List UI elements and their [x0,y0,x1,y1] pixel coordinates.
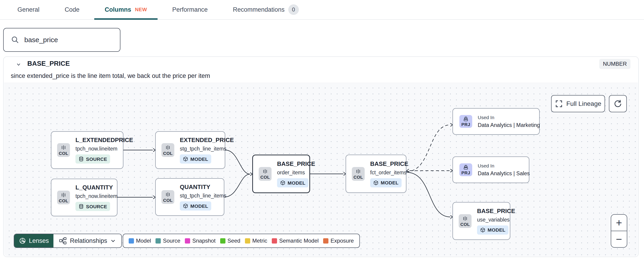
cube-icon [183,203,188,209]
model-badge: MODEL [180,154,211,164]
legend-item-model: Model [129,238,151,244]
node-title: BASE_PRICE [277,160,315,168]
search-input[interactable] [24,29,120,50]
legend-swatch [323,238,328,244]
columns-icon [60,145,67,151]
lineage-node-base-price-fct-order-items[interactable]: COL BASE_PRICE fct_order_items MODEL [346,155,406,193]
used-in-label: Used In [478,163,494,169]
lenses-button[interactable]: Lenses [14,234,54,248]
project-stack-icon [463,116,469,122]
expand-icon [555,100,563,108]
node-subtitle: tpch_now.lineitem [76,193,118,199]
zoom-controls: + − [611,214,627,248]
collapse-chevron-icon[interactable] [16,61,22,67]
refresh-button[interactable] [609,95,627,112]
columns-icon [60,192,67,198]
legend-swatch [129,238,134,244]
full-lineage-button[interactable]: Full Lineage [551,95,605,112]
search-icon [11,36,19,44]
database-icon [78,156,84,162]
legend-swatch [220,238,226,244]
columns-icon [165,145,171,151]
project-stack-icon [463,165,469,170]
source-badge: SOURCE [76,154,110,164]
lineage-node-l-quantity[interactable]: COL L_QUANTITY tpch_now.lineitem SOURCE [51,179,118,216]
lineage-canvas[interactable] [4,83,638,256]
columns-icon [165,192,171,198]
recommendations-count-badge: 0 [288,4,299,15]
column-chip: COL [57,143,70,157]
column-chip: COL [259,167,272,181]
node-title: BASE_PRICE [477,208,515,215]
node-subtitle: stg_tpch_line_items [180,193,226,199]
lineage-node-quantity[interactable]: COL QUANTITY stg_tpch_line_items MODEL [155,178,224,216]
new-badge: NEW [135,7,147,12]
columns-icon [262,168,268,174]
node-title: Data Analytics | Marketing [478,122,540,128]
node-title: BASE_PRICE [370,160,408,168]
lineage-node-used-in-sales[interactable]: PRJ Used In Data Analytics | Sales [452,156,529,183]
node-title: QUANTITY [180,184,210,191]
column-type-badge: NUMBER [599,59,630,69]
zoom-in-button[interactable]: + [611,215,627,231]
source-badge: SOURCE [76,202,110,211]
legend-item-metric: Metric [245,238,267,244]
legend-item-source: Source [156,238,180,244]
node-title: EXTENDED_PRICE [180,137,234,144]
relationships-dropdown[interactable]: Relationships [54,234,121,248]
legend-item-exposure: Exposure [323,238,354,244]
column-chip: COL [57,191,70,204]
node-subtitle: fct_order_items [370,170,407,176]
legend-item-seed: Seed [220,238,240,244]
legend-swatch [156,238,161,244]
column-panel-header: BASE_PRICE NUMBER since extended_price i… [4,57,638,83]
cube-icon [280,180,286,186]
model-badge: MODEL [277,178,308,187]
cube-icon [480,227,486,233]
used-in-label: Used In [478,115,494,120]
legend-swatch [245,238,250,244]
legend-swatch [185,238,190,244]
database-icon [78,204,84,209]
cube-icon [373,180,379,186]
model-badge: MODEL [370,178,402,187]
zoom-out-button[interactable]: − [611,231,627,247]
column-description: since extended_price is the line item to… [11,72,210,79]
cube-icon [183,156,188,162]
tab-code[interactable]: Code [54,0,90,19]
lineage-node-used-in-marketing[interactable]: PRJ Used In Data Analytics | Marketing [452,108,540,135]
project-chip: PRJ [460,163,472,176]
model-badge: MODEL [477,226,508,235]
lenses-toolbar: Lenses Relationships [14,234,122,248]
chevron-down-icon [110,238,116,244]
node-title: L_EXTENDEDPRICE [76,137,133,144]
column-chip: COL [162,190,174,204]
column-chip: COL [459,214,472,228]
lineage-node-base-price-use-variables[interactable]: COL BASE_PRICE use_variables MODEL [452,202,510,240]
tab-general[interactable]: General [7,0,50,19]
column-chip: COL [352,167,365,181]
node-title: Data Analytics | Sales [478,170,530,177]
relationships-icon [59,237,67,245]
legend-item-snapshot: Snapshot [185,238,215,244]
columns-icon [355,168,362,174]
column-lineage-page: General Code Columns NEW Performance Rec… [0,0,644,263]
node-title: L_QUANTITY [76,184,113,191]
column-chip: COL [162,143,174,157]
lineage-node-extended-price[interactable]: COL EXTENDED_PRICE stg_tpch_line_items M… [155,131,225,169]
columns-icon [462,216,468,222]
tab-recommendations[interactable]: Recommendations 0 [222,0,310,19]
node-subtitle: stg_tpch_line_items [180,146,226,152]
legend-swatch [272,238,277,244]
column-name: BASE_PRICE [27,60,70,67]
lineage-node-l-extendedprice[interactable]: COL L_EXTENDEDPRICE tpch_now.lineitem SO… [51,131,124,169]
tab-columns[interactable]: Columns NEW [94,0,158,19]
node-subtitle: order_items [277,170,305,176]
refresh-icon [613,99,622,108]
lineage-node-base-price-order-items[interactable]: COL BASE_PRICE order_items MODEL [252,155,310,193]
column-search [3,28,120,52]
node-type-legend: Model Source Snapshot Seed Metric Semant… [123,234,360,248]
tab-performance[interactable]: Performance [162,0,218,19]
tab-bar: General Code Columns NEW Performance Rec… [0,0,644,20]
node-subtitle: use_variables [477,217,510,223]
